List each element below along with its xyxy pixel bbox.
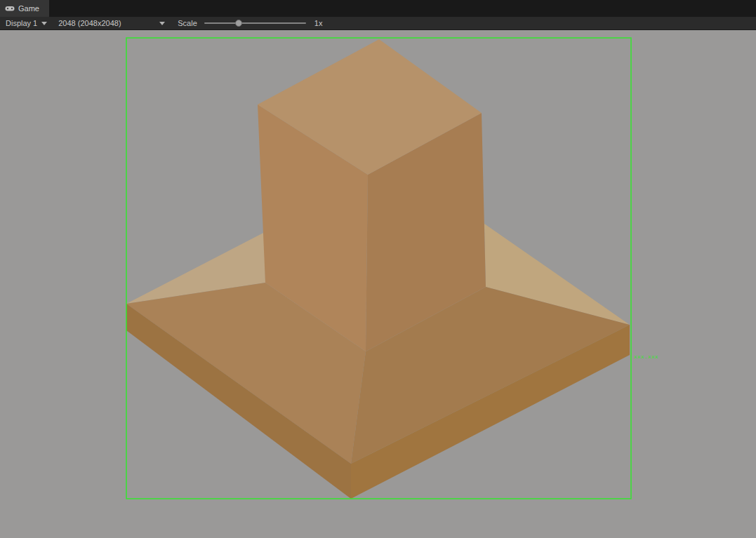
scale-slider-thumb[interactable] [235,20,242,27]
chevron-down-icon [41,22,47,25]
display-dropdown-label: Display 1 [6,19,37,27]
chevron-down-icon [159,22,165,25]
scale-slider[interactable] [204,18,306,28]
tab-game[interactable]: Game [0,0,49,17]
tab-bar: Game [0,0,756,17]
game-viewport[interactable]: xxx.xxx [0,30,756,538]
resolution-dropdown[interactable]: 2048 (2048x2048) [55,17,168,29]
unity-game-view: Game Display 1 2048 (2048x2048) Scale 1x [0,0,756,538]
display-dropdown[interactable]: Display 1 [3,17,50,29]
tab-game-label: Game [18,4,39,13]
scale-slider-track [204,22,306,24]
game-view-toolbar: Display 1 2048 (2048x2048) Scale 1x [0,17,756,30]
gamepad-icon [5,5,15,12]
scale-value: 1x [314,19,323,27]
scene-debug-text: xxx.xxx [634,354,658,360]
scale-label: Scale [178,19,197,27]
resolution-dropdown-label: 2048 (2048x2048) [58,19,121,27]
